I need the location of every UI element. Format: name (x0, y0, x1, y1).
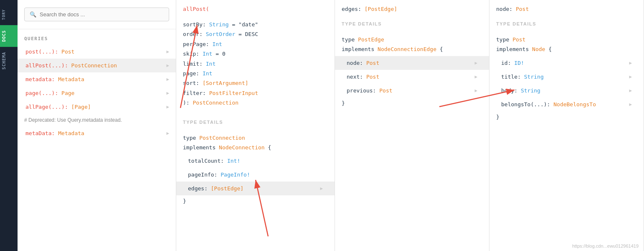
sidebar-navigation: TORY DOCS SCHEMA (0, 0, 18, 251)
field-name-next: next: Post (347, 74, 379, 80)
field-edges[interactable]: edges: [PostEdge] ▶ (176, 182, 335, 195)
type-name-postedge: type PostEdge (342, 35, 482, 44)
chevron-right-edges: ▶ (320, 186, 323, 191)
chevron-right-icon-5: ▶ (166, 104, 169, 110)
chevron-right-previous: ▶ (474, 88, 477, 93)
query-name-meta: metaData: Metadata (25, 130, 84, 136)
chevron-right-next: ▶ (474, 74, 477, 79)
param-filter: filter: PostFilterInput (183, 88, 328, 98)
close-brace-3: } (335, 97, 489, 109)
field-pageinfo[interactable]: pageInfo: PageInfo! (176, 168, 335, 182)
chevron-right-title: ▶ (629, 74, 632, 79)
query-item-metadata-deprecated[interactable]: metaData: Metadata ▶ (18, 126, 176, 140)
field-name-node: node: Post (347, 60, 379, 66)
field-name-body: body: String (501, 87, 540, 94)
field-name-title: title: String (501, 74, 544, 80)
field-body[interactable]: body: String ▶ (489, 84, 644, 97)
type-postedge: type PostEdge implements NodeConnectionE… (335, 30, 489, 56)
chevron-right-id: ▶ (629, 60, 632, 66)
type-postconnection: type PostConnection implements NodeConne… (176, 128, 335, 154)
chevron-right-icon-4: ▶ (166, 90, 169, 96)
field-title[interactable]: title: String ▶ (489, 70, 644, 84)
type-details-header-4: TYPE DETAILS (489, 15, 644, 30)
field-name-pageinfo: pageInfo: PageInfo! (188, 172, 250, 178)
sidebar-item-schema[interactable]: SCHEMA (0, 47, 18, 74)
field-next[interactable]: next: Post ▶ (335, 70, 489, 84)
query-name-page: page(...): Page (25, 90, 74, 96)
param-limit: limit: Int (183, 59, 328, 69)
query-item-post[interactable]: post(...): Post ▶ (18, 45, 176, 59)
param-sort: sort: [SortArgument] (183, 78, 328, 88)
queries-section-header: QUERIES (18, 29, 176, 45)
param-return: ): PostConnection (183, 98, 328, 108)
field-previous[interactable]: previous: Post ▶ (335, 84, 489, 97)
chevron-right-node: ▶ (474, 60, 477, 66)
field-name-totalcount: totalCount: Int! (188, 158, 240, 164)
search-icon: 🔍 (30, 11, 36, 18)
query-item-allpost[interactable]: allPost(...): PostConnection ▶ (18, 59, 176, 72)
field-name-id: id: ID! (501, 60, 524, 66)
param-perpage: perPage: Int (183, 39, 328, 49)
query-name: post(...): Post (25, 49, 74, 55)
field-name-belongsto: belongsTo(...): NodeBelongsTo (501, 101, 596, 108)
queries-panel: 🔍 QUERIES post(...): Post ▶ allPost(...)… (18, 0, 176, 251)
search-input-wrap[interactable]: 🔍 (24, 8, 169, 21)
panels-container: 🔍 QUERIES post(...): Post ▶ allPost(...)… (18, 0, 644, 251)
implements-line: implements NodeConnection { (183, 143, 328, 152)
search-box: 🔍 (18, 0, 176, 29)
close-brace-4: } (489, 111, 644, 123)
chevron-right-icon: ▶ (166, 49, 169, 54)
chevron-right-belongsto: ▶ (629, 102, 632, 107)
param-page: page: Int (183, 69, 328, 78)
close-brace-2: } (176, 195, 335, 207)
chevron-right-icon-3: ▶ (166, 77, 169, 82)
type-post: type Post implements Node { (489, 30, 644, 56)
node-top-label: node: Post (489, 0, 644, 15)
field-node[interactable]: node: Post ▶ (335, 56, 489, 70)
chevron-right-icon-6: ▶ (166, 131, 169, 136)
chevron-right-icon-2: ▶ (166, 63, 169, 68)
query-item-page[interactable]: page(...): Page ▶ (18, 86, 176, 100)
chevron-right-body: ▶ (629, 88, 632, 93)
query-item-allpage[interactable]: allPage(...): [Page] ▶ (18, 100, 176, 114)
sidebar-item-docs[interactable]: DOCS (0, 25, 18, 47)
param-skip: skip: Int = 0 (183, 49, 328, 59)
field-totalcount[interactable]: totalCount: Int! (176, 154, 335, 168)
search-input[interactable] (40, 11, 164, 18)
param-sortby: sortBy: String = "date" (183, 20, 328, 29)
type-name-post: type Post (496, 35, 637, 44)
type-name-line: type PostConnection (183, 133, 328, 143)
type-details-header-2: TYPE DETAILS (176, 113, 335, 128)
allpost-params: sortBy: String = "date" order: SortOrder… (176, 15, 335, 113)
field-belongsto[interactable]: belongsTo(...): NodeBelongsTo ▶ (489, 97, 644, 111)
query-name-metadata: metadata: Metadata (25, 76, 84, 82)
type-details-header-3: TYPE DETAILS (335, 15, 489, 30)
post-detail-panel: node: Post TYPE DETAILS type Post implem… (489, 0, 644, 251)
allpost-detail-panel: allPost( sortBy: String = "date" order: … (176, 0, 335, 251)
allpost-top-label: allPost( (176, 0, 335, 15)
postedge-detail-panel: edges: [PostEdge] TYPE DETAILS type Post… (335, 0, 489, 251)
field-id[interactable]: id: ID! ▶ (489, 56, 644, 70)
edges-top-label: edges: [PostEdge] (335, 0, 489, 15)
implements-post: implements Node { (496, 44, 637, 54)
field-name-previous: previous: Post (347, 87, 393, 94)
query-name-allpost: allPost(...): PostConnection (25, 62, 117, 69)
bottom-url: https://blog.cdn...ewu012961419 (572, 243, 639, 248)
query-name-allpage: allPage(...): [Page] (25, 104, 91, 110)
sidebar-item-tory[interactable]: TORY (0, 4, 18, 25)
implements-postedge: implements NodeConnectionEdge { (342, 44, 482, 54)
param-order: order: SortOrder = DESC (183, 29, 328, 39)
field-name-edges: edges: [PostEdge] (188, 185, 243, 192)
query-item-metadata[interactable]: metadata: Metadata ▶ (18, 72, 176, 86)
deprecated-note: # Deprecated: Use Query.metadata instead… (18, 114, 176, 126)
